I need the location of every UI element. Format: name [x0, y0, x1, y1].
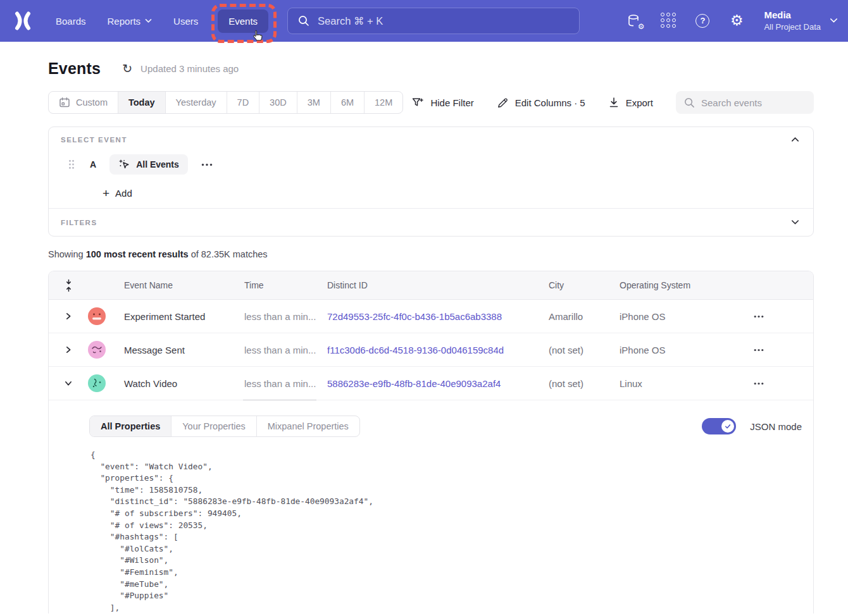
cell-city: (not set) [549, 378, 620, 389]
cell-time: less than a min... [244, 311, 327, 322]
check-icon [724, 422, 732, 430]
cell-os: iPhone OS [620, 345, 751, 355]
date-option-30d[interactable]: 30D [259, 92, 297, 113]
main-content: Events ↻ Updated 3 minutes ago Custom To… [0, 59, 848, 613]
collapse-row-button[interactable] [62, 378, 75, 389]
chevron-right-icon [65, 312, 72, 320]
ellipsis-icon [754, 315, 764, 318]
mixpanel-logo-icon[interactable] [13, 11, 33, 31]
help-icon: ? [695, 14, 709, 28]
column-header-time[interactable]: Time [244, 280, 327, 290]
apps-grid-icon [661, 13, 677, 28]
apps-grid-button[interactable] [660, 13, 677, 29]
column-header-city[interactable]: City [549, 280, 620, 290]
settings-gear-icon: ⚙ [730, 13, 744, 28]
main-nav: Boards Reports Users Events [45, 9, 268, 33]
export-button[interactable]: Export [608, 97, 653, 108]
json-mode-label: JSON mode [750, 421, 802, 432]
column-header-os[interactable]: Operating System [620, 280, 751, 290]
cell-event-name: Watch Video [124, 378, 244, 389]
filter-funnel-icon [411, 96, 424, 109]
row-more-options-button[interactable] [751, 379, 766, 388]
event-json-viewer[interactable]: { "event": "Watch Video", "properties": … [90, 449, 802, 613]
hide-filter-button[interactable]: Hide Filter [411, 96, 473, 109]
cell-distinct-id-link[interactable]: 72d49553-25fc-4f0c-b436-1b5ac6ab3388 [327, 311, 549, 322]
tab-your-properties[interactable]: Your Properties [171, 416, 256, 436]
navbar-right: ⚙ ? ⚙ Media All Project Data [626, 9, 848, 33]
chevron-down-icon [145, 18, 152, 23]
gear-icon: ⚙ [638, 23, 645, 30]
nav-item-label: Users [173, 16, 198, 27]
query-builder-card: SELECT EVENT A [48, 126, 814, 237]
add-event-button[interactable]: + Add [103, 187, 132, 199]
nav-item-reports[interactable]: Reports [97, 9, 163, 33]
search-events-input[interactable] [676, 91, 814, 114]
expand-row-button[interactable] [63, 310, 74, 323]
nav-item-boards[interactable]: Boards [45, 9, 97, 33]
table-row: Experiment Started less than a min... 72… [49, 300, 813, 333]
cell-event-name: Experiment Started [124, 311, 244, 322]
download-icon [608, 97, 620, 108]
cell-event-name: Message Sent [124, 345, 244, 355]
help-button[interactable]: ? [694, 13, 711, 29]
nav-item-events[interactable]: Events [218, 9, 268, 33]
collapse-all-rows-button[interactable] [64, 279, 73, 292]
sort-arrows-icon [64, 279, 73, 292]
ellipsis-icon [754, 348, 764, 352]
filters-label: FILTERS [61, 219, 97, 226]
date-option-custom[interactable]: Custom [49, 92, 118, 113]
global-search-input[interactable]: Search ⌘ + K [287, 8, 580, 34]
column-header-event-name[interactable]: Event Name [124, 280, 244, 290]
search-icon [684, 97, 695, 108]
tab-mixpanel-properties[interactable]: Mixpanel Properties [256, 416, 359, 436]
updated-timestamp: Updated 3 minutes ago [140, 63, 239, 74]
nav-item-label: Events [228, 16, 258, 27]
chevron-right-icon [65, 346, 72, 354]
drag-handle[interactable] [68, 159, 75, 169]
cell-distinct-id-link[interactable]: f11c30d6-dc6d-4518-9136-0d046159c84d [327, 345, 549, 355]
tab-all-properties[interactable]: All Properties [90, 416, 171, 436]
cell-city: (not set) [549, 345, 620, 355]
expand-row-button[interactable] [63, 343, 74, 356]
date-option-3m[interactable]: 3M [297, 92, 330, 113]
column-header-distinct-id[interactable]: Distinct ID [327, 280, 549, 290]
events-table: Event Name Time Distinct ID City Operati… [48, 271, 814, 613]
event-sparkle-cursor-icon [118, 159, 130, 171]
edit-columns-button[interactable]: Edit Columns · 5 [497, 97, 585, 109]
nav-item-users[interactable]: Users [163, 9, 209, 33]
chevron-down-icon [65, 380, 72, 386]
date-option-12m[interactable]: 12M [364, 92, 402, 113]
project-switcher[interactable]: Media All Project Data [764, 9, 838, 33]
event-selector-button[interactable]: All Events [109, 154, 188, 175]
json-mode-toggle[interactable] [702, 418, 736, 434]
nav-item-label: Reports [108, 16, 141, 27]
cell-distinct-id-link[interactable]: 5886283e-e9fb-48fb-81de-40e9093a2af4 [327, 378, 549, 389]
date-option-today[interactable]: Today [118, 92, 165, 113]
ellipsis-icon [754, 382, 764, 385]
event-avatar [88, 374, 106, 392]
project-scope: All Project Data [764, 22, 821, 33]
chevron-down-icon [791, 219, 799, 225]
row-more-options-button[interactable] [751, 312, 766, 321]
event-avatar [88, 341, 106, 359]
date-range-selector: Custom Today Yesterday 7D 30D 3M 6M 12M [48, 91, 403, 114]
settings-button[interactable]: ⚙ [728, 13, 745, 29]
refresh-icon[interactable]: ↻ [122, 63, 132, 75]
pencil-icon [497, 97, 509, 109]
expand-filters-button[interactable] [790, 218, 801, 226]
data-management-button[interactable]: ⚙ [626, 13, 642, 29]
event-avatar [88, 307, 106, 325]
collapse-section-button[interactable] [790, 135, 801, 144]
nav-item-label: Boards [56, 16, 86, 27]
table-header: Event Name Time Distinct ID City Operati… [49, 271, 813, 300]
date-option-7d[interactable]: 7D [227, 92, 259, 113]
properties-tabs: All Properties Your Properties Mixpanel … [89, 416, 360, 437]
cell-time: less than a min... [244, 345, 327, 355]
project-name: Media [764, 9, 821, 22]
cell-os: iPhone OS [620, 311, 751, 322]
event-more-options-button[interactable] [201, 163, 213, 166]
date-option-yesterday[interactable]: Yesterday [165, 92, 227, 113]
row-more-options-button[interactable] [751, 346, 766, 354]
table-row: Message Sent less than a min... f11c30d6… [49, 333, 813, 367]
date-option-6m[interactable]: 6M [330, 92, 364, 113]
